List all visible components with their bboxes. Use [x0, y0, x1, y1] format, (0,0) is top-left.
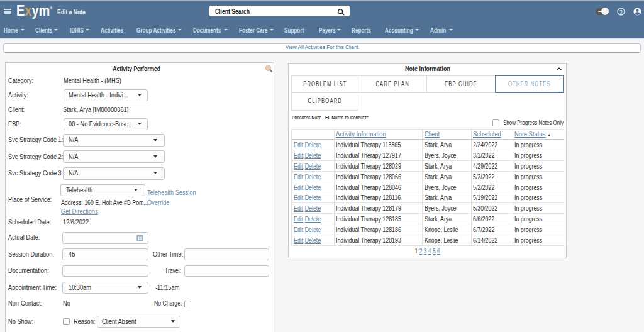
svg-text:?: ? — [619, 9, 623, 15]
